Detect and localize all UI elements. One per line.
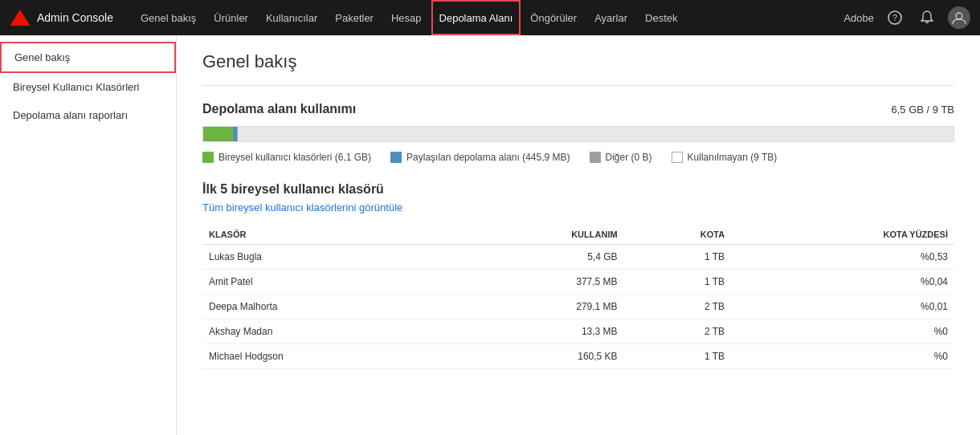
top5-table: KLASÖR KULLANIM KOTA KOTA YÜZDESİ Lukas … [202,225,954,369]
app-title: Admin Console [37,11,113,24]
storage-progress-bar [202,126,954,142]
legend-paylaşılan-label: Paylaşılan depolama alanı (445,9 MB) [406,152,570,163]
table-header-row: KLASÖR KULLANIM KOTA KOTA YÜZDESİ [202,225,954,245]
help-icon-btn[interactable]: ? [884,6,906,29]
row3-name: Akshay Madan [202,319,454,344]
legend-diger: Diğer (0 B) [590,152,652,163]
storage-summary: 6,5 GB / 9 TB [891,104,954,116]
row3-pct: %0 [731,319,954,344]
table-row: Lukas Bugla 5,4 GB 1 TB %0,53 [202,245,954,270]
row1-usage: 377,5 MB [454,270,624,295]
top5-title: İlk 5 bireysel kullanıcı klasörü [202,182,954,197]
row3-quota: 2 TB [624,319,732,344]
title-divider [202,85,954,86]
sidebar-item-genel-bakis[interactable]: Genel bakış [0,42,176,73]
nav-destek[interactable]: Destek [637,0,685,35]
table-row: Akshay Madan 13,3 MB 2 TB %0 [202,319,954,344]
nav-paketler[interactable]: Paketler [327,0,382,35]
row4-quota: 1 TB [624,344,732,369]
row4-name: Michael Hodgson [202,344,454,369]
topnav: Admin Console Genel bakış Ürünler Kullan… [0,0,980,35]
nav-ongorular[interactable]: Öngörüler [522,0,585,35]
nav-hesap[interactable]: Hesap [383,0,430,35]
table-body: Lukas Bugla 5,4 GB 1 TB %0,53 Amit Patel… [202,245,954,369]
help-icon: ? [888,10,902,25]
row0-pct: %0,53 [731,245,954,270]
row4-pct: %0 [731,344,954,369]
adobe-logo-icon [10,10,31,26]
row2-pct: %0,01 [731,295,954,319]
legend-diger-label: Diğer (0 B) [606,152,652,163]
main-content: Genel bakış Depolama alanı kullanımı 6,5… [177,35,980,435]
topnav-right: Adobe ? [843,6,970,29]
row0-name: Lukas Bugla [202,245,454,270]
nav-urunler[interactable]: Ürünler [206,0,256,35]
row2-usage: 279,1 MB [454,295,624,319]
col-kota: KOTA [624,225,732,245]
user-icon [952,10,966,25]
progress-green [203,127,233,141]
nav-ayarlar[interactable]: Ayarlar [586,0,635,35]
svg-point-4 [956,13,962,19]
col-kota-yuzdesi: KOTA YÜZDESİ [731,225,954,245]
legend-unused: Kullanılmayan (9 TB) [672,152,778,163]
storage-legend: Bireysel kullanıcı klasörleri (6,1 GB) P… [202,152,954,163]
table-row: Michael Hodgson 160,5 KB 1 TB %0 [202,344,954,369]
row4-usage: 160,5 KB [454,344,624,369]
row1-quota: 1 TB [624,270,732,295]
page-title: Genel bakış [202,51,954,72]
col-klasor: KLASÖR [202,225,454,245]
legend-paylaşılan: Paylaşılan depolama alanı (445,9 MB) [390,152,570,163]
progress-gray [237,127,238,141]
storage-title: Depolama alanı kullanımı [202,102,356,116]
row1-name: Amit Patel [202,270,454,295]
bell-icon-btn[interactable] [916,6,938,29]
table-head: KLASÖR KULLANIM KOTA KOTA YÜZDESİ [202,225,954,245]
storage-header: Depolama alanı kullanımı 6,5 GB / 9 TB [202,102,954,116]
topnav-links: Genel bakış Ürünler Kullanıcılar Paketle… [133,0,843,35]
nav-depolama-alani[interactable]: Depolama Alanı [431,0,521,35]
legend-gray-box [590,152,601,163]
legend-unused-label: Kullanılmayan (9 TB) [688,152,778,163]
adobe-label: Adobe [843,12,874,24]
sidebar-item-raporlar[interactable]: Depolama alanı raporları [0,101,176,129]
user-avatar[interactable] [948,6,970,29]
bell-icon [921,10,933,25]
table-row: Deepa Malhorta 279,1 MB 2 TB %0,01 [202,295,954,319]
svg-text:?: ? [892,13,897,22]
sidebar-item-bireysel[interactable]: Bireysel Kullanıcı Klasörleri [0,73,176,101]
legend-bireysel-label: Bireysel kullanıcı klasörleri (6,1 GB) [218,152,371,163]
app-layout: Genel bakış Bireysel Kullanıcı Klasörler… [0,35,980,435]
nav-genel-bakis[interactable]: Genel bakış [133,0,204,35]
row0-quota: 1 TB [624,245,732,270]
row3-usage: 13,3 MB [454,319,624,344]
row2-name: Deepa Malhorta [202,295,454,319]
app-logo[interactable]: Admin Console [10,10,113,26]
sidebar: Genel bakış Bireysel Kullanıcı Klasörler… [0,35,177,435]
table-row: Amit Patel 377,5 MB 1 TB %0,04 [202,270,954,295]
row0-usage: 5,4 GB [454,245,624,270]
legend-blue-box [390,152,402,163]
legend-outline-box [672,152,683,163]
legend-green-box [202,152,214,163]
legend-bireysel: Bireysel kullanıcı klasörleri (6,1 GB) [202,152,371,163]
nav-kullanicilar[interactable]: Kullanıcılar [258,0,325,35]
row2-quota: 2 TB [624,295,732,319]
col-kullanim: KULLANIM [454,225,624,245]
view-all-link[interactable]: Tüm bireysel kullanıcı klasörlerini görü… [202,201,402,213]
row1-pct: %0,04 [731,270,954,295]
